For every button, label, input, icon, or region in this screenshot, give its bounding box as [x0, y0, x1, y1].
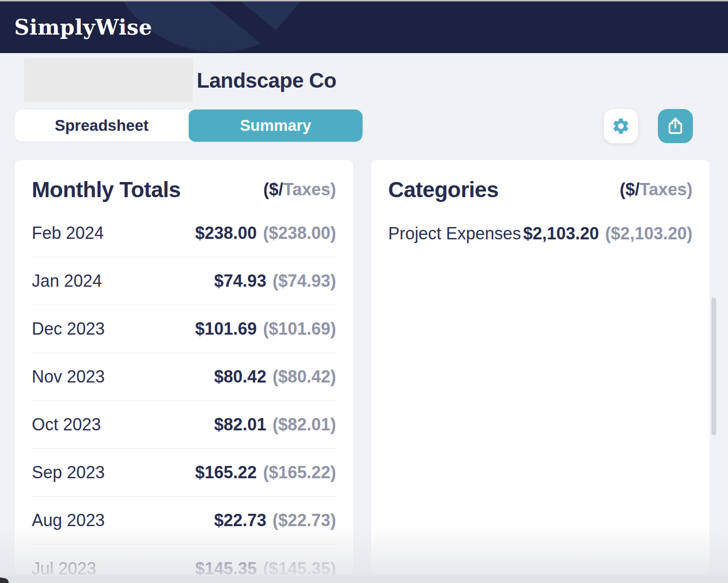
row-taxes-amount: ($82.01)	[273, 415, 336, 435]
summary-row: Dec 2023 $101.69 ($101.69)	[32, 305, 336, 353]
row-label: Dec 2023	[32, 319, 105, 339]
redacted-account-block	[24, 58, 193, 102]
row-amount: $238.00	[195, 223, 257, 243]
app-logo: SimplyWise	[14, 1, 152, 53]
row-amount: $80.42	[214, 367, 266, 387]
row-values: $82.01 ($82.01)	[214, 415, 336, 435]
row-values: $101.69 ($101.69)	[195, 319, 336, 339]
categories-list: Project Expenses $2,103.20 ($2,103.20)	[388, 210, 692, 257]
bottom-edge-strip	[0, 575, 728, 583]
row-taxes-amount: ($238.00)	[263, 223, 336, 243]
row-label: Project Expenses	[388, 224, 521, 244]
row-values: $2,103.20 ($2,103.20)	[523, 224, 692, 244]
row-amount: $2,103.20	[523, 224, 599, 244]
summary-row: Project Expenses $2,103.20 ($2,103.20)	[388, 210, 692, 257]
page-title: Landscape Co	[197, 58, 337, 102]
monthly-totals-card: Monthly Totals ($/Taxes) Feb 2024 $238.0…	[15, 160, 353, 575]
summary-row: Aug 2023 $22.73 ($22.73)	[32, 497, 336, 545]
view-tabs: Spreadsheet Summary	[15, 109, 363, 142]
tab-spreadsheet[interactable]: Spreadsheet	[15, 109, 189, 142]
row-taxes-amount: ($74.93)	[273, 271, 336, 291]
row-label: Feb 2024	[32, 223, 104, 243]
currency-taxes-units-label: ($/Taxes)	[264, 180, 336, 200]
summary-row: Sep 2023 $165.22 ($165.22)	[32, 449, 336, 497]
row-values: $22.73 ($22.73)	[214, 510, 336, 530]
row-taxes-amount: ($22.73)	[273, 510, 336, 530]
gear-icon	[611, 117, 630, 136]
row-values: $165.22 ($165.22)	[195, 463, 336, 483]
share-icon	[666, 117, 685, 136]
summary-row: Nov 2023 $80.42 ($80.42)	[32, 353, 336, 401]
row-taxes-amount: ($2,103.20)	[605, 224, 692, 244]
row-taxes-amount: ($80.42)	[273, 367, 336, 387]
categories-title: Categories	[388, 177, 499, 202]
row-amount: $74.93	[214, 271, 266, 291]
row-values: $238.00 ($238.00)	[195, 223, 336, 243]
row-values: $80.42 ($80.42)	[214, 367, 336, 387]
row-label: Aug 2023	[32, 510, 105, 530]
vertical-scrollbar[interactable]	[711, 298, 716, 435]
row-amount: $22.73	[214, 510, 266, 530]
monthly-totals-title: Monthly Totals	[32, 177, 181, 202]
row-amount: $165.22	[195, 463, 257, 483]
categories-card: Categories ($/Taxes) Project Expenses $2…	[371, 160, 710, 575]
row-taxes-amount: ($165.22)	[263, 463, 336, 483]
app-header: SimplyWise	[0, 1, 728, 53]
settings-button[interactable]	[604, 109, 638, 143]
row-label: Oct 2023	[32, 415, 101, 435]
summary-row: Feb 2024 $238.00 ($238.00)	[32, 210, 336, 257]
row-label: Jan 2024	[32, 271, 102, 291]
monthly-totals-list: Feb 2024 $238.00 ($238.00) Jan 2024 $74.…	[32, 210, 336, 583]
summary-row: Jan 2024 $74.93 ($74.93)	[32, 257, 336, 305]
summary-row: Oct 2023 $82.01 ($82.01)	[32, 401, 336, 449]
row-taxes-amount: ($101.69)	[263, 319, 336, 339]
row-values: $74.93 ($74.93)	[214, 271, 336, 291]
tab-summary[interactable]: Summary	[189, 109, 363, 142]
row-label: Sep 2023	[32, 463, 105, 483]
currency-taxes-units-label: ($/Taxes)	[620, 180, 692, 200]
row-amount: $101.69	[195, 319, 257, 339]
export-button[interactable]	[658, 109, 693, 143]
row-amount: $82.01	[214, 415, 266, 435]
row-label: Nov 2023	[32, 367, 105, 387]
